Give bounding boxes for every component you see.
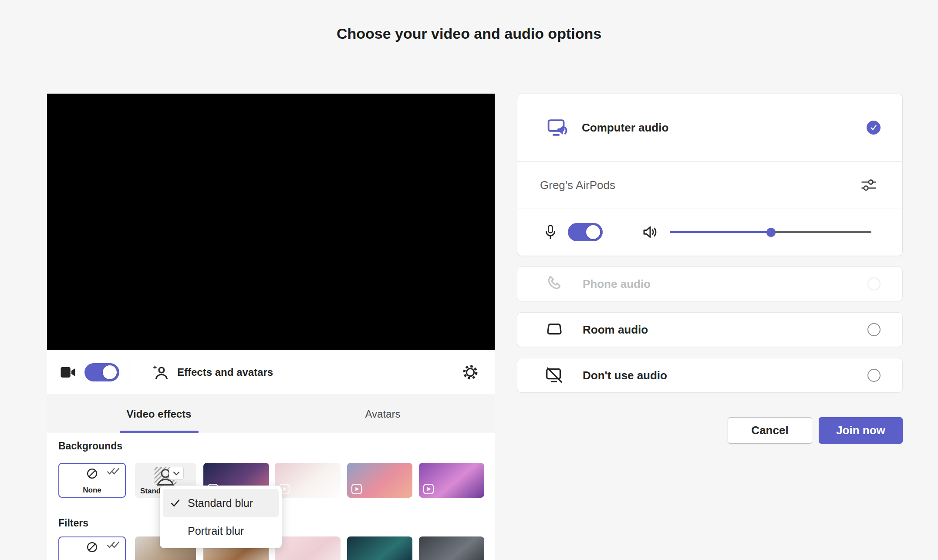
camera-toggle-knob — [103, 365, 117, 379]
selected-check-icon — [867, 121, 881, 135]
settings-gear-button[interactable] — [461, 363, 480, 382]
speaker-icon — [641, 223, 659, 241]
effects-tabs: Video effects Avatars — [47, 395, 495, 433]
video-control-bar: Effects and avatars — [47, 350, 495, 395]
camera-icon — [58, 363, 78, 382]
tab-video-effects-label: Video effects — [127, 408, 192, 420]
background-none-tile[interactable]: None — [58, 463, 126, 498]
volume-slider[interactable] — [670, 223, 871, 241]
computer-audio-icon — [546, 116, 570, 139]
room-audio-label: Room audio — [583, 323, 648, 337]
phone-audio-option[interactable]: Phone audio — [517, 267, 903, 301]
check-spacer — [170, 526, 181, 536]
filter-tile-aurora[interactable] — [347, 536, 412, 560]
audio-settings-icon[interactable] — [859, 175, 879, 195]
none-icon — [85, 467, 99, 480]
cancel-button[interactable]: Cancel — [728, 417, 812, 444]
blur-options-menu: Standard blur Portrait blur — [160, 486, 282, 548]
camera-toggle[interactable] — [84, 363, 119, 381]
tab-video-effects[interactable]: Video effects — [47, 395, 271, 433]
pre-join-screen: Choose your video and audio options Effe… — [0, 0, 938, 560]
room-audio-radio[interactable] — [867, 323, 881, 336]
filters-section-label: Filters — [58, 517, 88, 529]
none-icon — [85, 540, 99, 554]
backgrounds-section-label: Backgrounds — [58, 440, 122, 452]
blur-options-chevron-button[interactable] — [169, 467, 184, 480]
filter-tile-dark-smoke[interactable] — [419, 536, 484, 560]
room-audio-option[interactable]: Room audio — [517, 312, 903, 347]
volume-slider-thumb[interactable] — [766, 228, 776, 237]
menu-item-portrait-blur[interactable]: Portrait blur — [163, 517, 279, 545]
menu-item-label: Standard blur — [188, 497, 253, 509]
no-audio-option[interactable]: Don't use audio — [517, 358, 903, 393]
phone-audio-label: Phone audio — [583, 277, 651, 291]
tab-avatars-label: Avatars — [365, 408, 401, 420]
computer-audio-card: Computer audio Greg’s AirPods — [517, 94, 903, 256]
room-audio-icon — [544, 320, 564, 340]
filter-tile-soft-pink[interactable] — [275, 536, 341, 560]
double-check-icon — [107, 467, 120, 475]
check-icon — [170, 498, 181, 509]
video-background-icon — [423, 483, 434, 495]
effects-avatars-label[interactable]: Effects and avatars — [177, 366, 273, 378]
microphone-toggle[interactable] — [568, 223, 603, 241]
microphone-icon — [542, 223, 559, 241]
tab-avatars[interactable]: Avatars — [271, 395, 495, 433]
computer-audio-label: Computer audio — [582, 121, 668, 135]
volume-slider-fill — [670, 231, 771, 233]
double-check-icon — [107, 541, 120, 549]
video-background-icon — [351, 483, 362, 495]
audio-device-selector[interactable]: Greg’s AirPods — [517, 162, 902, 209]
menu-item-standard-blur[interactable]: Standard blur — [163, 489, 279, 517]
divider — [129, 361, 129, 384]
phone-audio-radio[interactable] — [867, 277, 881, 290]
audio-device-name: Greg’s AirPods — [540, 179, 615, 192]
background-image-tile-snowy-forest[interactable] — [275, 463, 341, 498]
menu-item-label: Portrait blur — [188, 525, 244, 537]
audio-controls-row — [517, 209, 902, 255]
microphone-toggle-knob — [586, 225, 600, 239]
no-audio-radio[interactable] — [867, 369, 881, 382]
no-audio-icon — [544, 365, 564, 385]
no-audio-label: Don't use audio — [583, 369, 667, 382]
filter-none-tile[interactable]: None — [58, 536, 126, 560]
join-now-button[interactable]: Join now — [819, 417, 903, 444]
computer-audio-option[interactable]: Computer audio — [517, 94, 902, 162]
page-title: Choose your video and audio options — [0, 25, 938, 42]
video-preview — [47, 94, 495, 350]
background-image-tile-pink-clouds[interactable] — [347, 463, 412, 498]
effects-avatars-icon — [150, 362, 170, 382]
phone-audio-icon — [544, 274, 564, 294]
background-none-label: None — [59, 486, 125, 495]
background-image-tile-purple-flowers[interactable] — [419, 463, 484, 498]
